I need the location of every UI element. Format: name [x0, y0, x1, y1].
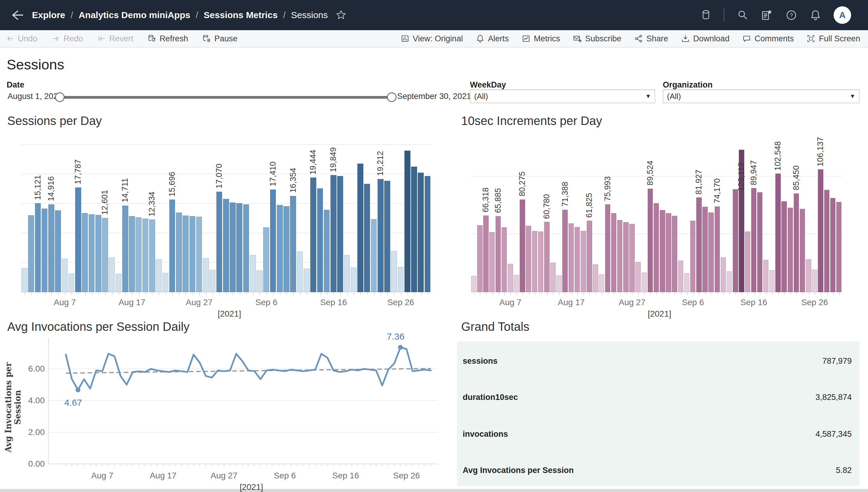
- bar-day-23[interactable]: [176, 213, 182, 292]
- bar-day-10[interactable]: [89, 214, 95, 292]
- bar-day-58[interactable]: [824, 190, 830, 292]
- bar-day-0[interactable]: [471, 276, 476, 292]
- bar-day-42[interactable]: [727, 271, 732, 292]
- bar-day-49[interactable]: [769, 270, 775, 292]
- toolbar-subscribe-button[interactable]: Subscribe: [573, 34, 621, 44]
- data-point-marker[interactable]: [398, 345, 403, 350]
- toolbar-comments-button[interactable]: Comments: [742, 34, 794, 44]
- bar-day-9[interactable]: [526, 226, 531, 292]
- bar-day-30[interactable]: [654, 203, 659, 292]
- bar-day-29[interactable]: [648, 189, 653, 292]
- bar-day-2[interactable]: [483, 216, 489, 292]
- bar-day-48[interactable]: [763, 260, 769, 292]
- bar-day-28[interactable]: [642, 273, 647, 292]
- bar-day-56[interactable]: [398, 267, 404, 292]
- bar-day-19[interactable]: [149, 219, 155, 292]
- bar-day-50[interactable]: [357, 164, 363, 292]
- data-point-marker[interactable]: [75, 388, 80, 392]
- toolbar-pause-button[interactable]: Pause: [202, 34, 238, 44]
- bar-day-14[interactable]: [556, 275, 562, 292]
- bar-day-55[interactable]: [391, 251, 397, 292]
- bar-day-9[interactable]: [82, 213, 88, 292]
- bar-day-10[interactable]: [532, 231, 538, 292]
- bar-day-8[interactable]: [520, 199, 525, 293]
- notifications-icon[interactable]: [810, 9, 821, 21]
- bar-day-27[interactable]: [203, 258, 209, 292]
- bar-day-33[interactable]: [243, 204, 249, 292]
- bar-day-15[interactable]: [122, 205, 128, 292]
- search-icon[interactable]: [737, 9, 748, 21]
- bar-day-40[interactable]: [290, 196, 296, 292]
- toolbar-fullscreen-button[interactable]: Full Screen: [807, 34, 860, 44]
- bar-day-12[interactable]: [544, 222, 550, 292]
- bar-day-22[interactable]: [169, 199, 175, 292]
- bar-day-3[interactable]: [489, 232, 495, 292]
- bar-day-4[interactable]: [48, 204, 54, 292]
- bar-day-5[interactable]: [55, 211, 61, 292]
- bar-day-35[interactable]: [684, 273, 690, 292]
- bar-day-16[interactable]: [569, 223, 574, 292]
- bar-day-12[interactable]: [102, 218, 108, 292]
- bar-day-24[interactable]: [617, 220, 623, 292]
- bar-day-34[interactable]: [678, 261, 684, 292]
- date-slider-left-handle[interactable]: [55, 92, 65, 102]
- bar-day-57[interactable]: [404, 151, 411, 292]
- bar-day-53[interactable]: [377, 179, 383, 292]
- bar-day-59[interactable]: [418, 173, 424, 292]
- bar-day-18[interactable]: [143, 219, 148, 292]
- bar-day-29[interactable]: [216, 192, 222, 292]
- bar-day-36[interactable]: [690, 221, 696, 293]
- bar-day-54[interactable]: [800, 209, 805, 292]
- toolbar-view-button[interactable]: View: Original: [400, 34, 463, 44]
- bar-day-42[interactable]: [304, 269, 309, 292]
- toolbar-share-button[interactable]: Share: [634, 34, 668, 44]
- bar-day-40[interactable]: [715, 206, 720, 292]
- bar-day-19[interactable]: [587, 221, 592, 292]
- bar-day-59[interactable]: [830, 198, 836, 292]
- bar-day-0[interactable]: [21, 268, 27, 292]
- bar-day-18[interactable]: [581, 231, 586, 292]
- bar-day-27[interactable]: [635, 262, 641, 292]
- bar-day-11[interactable]: [538, 231, 544, 292]
- bar-day-24[interactable]: [182, 216, 189, 292]
- bar-day-25[interactable]: [190, 216, 196, 292]
- bar-day-2[interactable]: [35, 203, 41, 292]
- bar-day-3[interactable]: [42, 208, 48, 292]
- bar-day-4[interactable]: [496, 216, 501, 292]
- bar-day-58[interactable]: [411, 167, 417, 292]
- bar-day-60[interactable]: [425, 176, 431, 292]
- date-slider-track[interactable]: [60, 96, 392, 99]
- horizontal-scrollbar[interactable]: [0, 489, 868, 492]
- bar-day-50[interactable]: [775, 174, 781, 292]
- bar-day-60[interactable]: [836, 202, 842, 292]
- bar-day-30[interactable]: [223, 199, 229, 292]
- bar-day-26[interactable]: [196, 217, 202, 292]
- date-slider-right-handle[interactable]: [387, 92, 397, 102]
- bar-day-6[interactable]: [62, 259, 68, 292]
- bar-day-32[interactable]: [236, 203, 242, 292]
- help-icon[interactable]: ?: [785, 9, 797, 21]
- bar-day-53[interactable]: [794, 194, 799, 292]
- bar-day-8[interactable]: [75, 188, 81, 292]
- bar-day-36[interactable]: [263, 227, 269, 292]
- bar-day-21[interactable]: [599, 274, 604, 292]
- bar-day-13[interactable]: [550, 263, 555, 292]
- bar-day-38[interactable]: [702, 207, 708, 292]
- toolbar-metrics-button[interactable]: Metrics: [522, 34, 560, 44]
- bar-day-37[interactable]: [270, 190, 276, 292]
- bar-day-1[interactable]: [477, 225, 482, 292]
- bar-day-6[interactable]: [507, 264, 513, 292]
- bar-day-11[interactable]: [95, 215, 101, 292]
- bar-day-51[interactable]: [364, 184, 370, 292]
- bar-day-14[interactable]: [116, 274, 122, 292]
- bar-day-7[interactable]: [514, 275, 519, 292]
- bar-day-20[interactable]: [156, 259, 162, 292]
- bar-day-46[interactable]: [751, 188, 757, 292]
- bar-day-1[interactable]: [28, 215, 34, 292]
- bar-day-32[interactable]: [666, 213, 671, 292]
- bar-day-20[interactable]: [593, 264, 598, 292]
- bar-day-17[interactable]: [575, 227, 580, 292]
- bar-day-21[interactable]: [163, 273, 169, 292]
- bar-day-38[interactable]: [277, 205, 283, 292]
- bar-day-23[interactable]: [611, 213, 617, 292]
